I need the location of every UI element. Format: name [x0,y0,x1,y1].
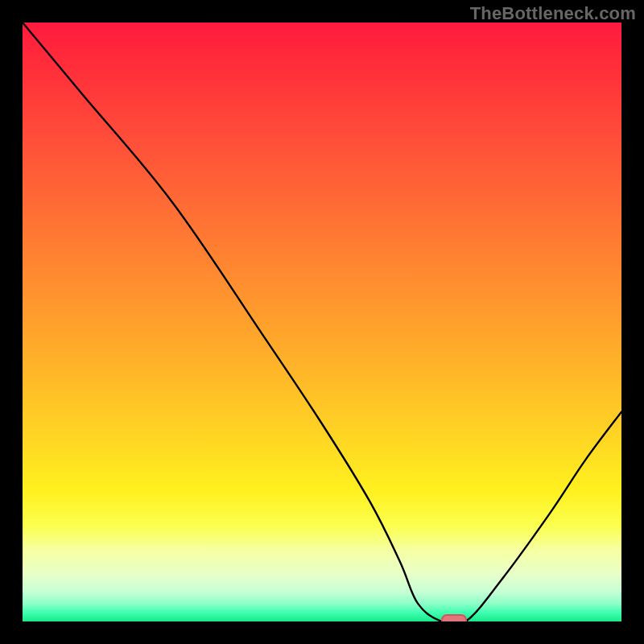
chart-frame: TheBottleneck.com [0,0,644,644]
watermark-text: TheBottleneck.com [470,3,636,24]
plot-area [23,23,621,621]
bottleneck-curve [23,23,621,621]
optimal-point-marker [441,614,467,621]
